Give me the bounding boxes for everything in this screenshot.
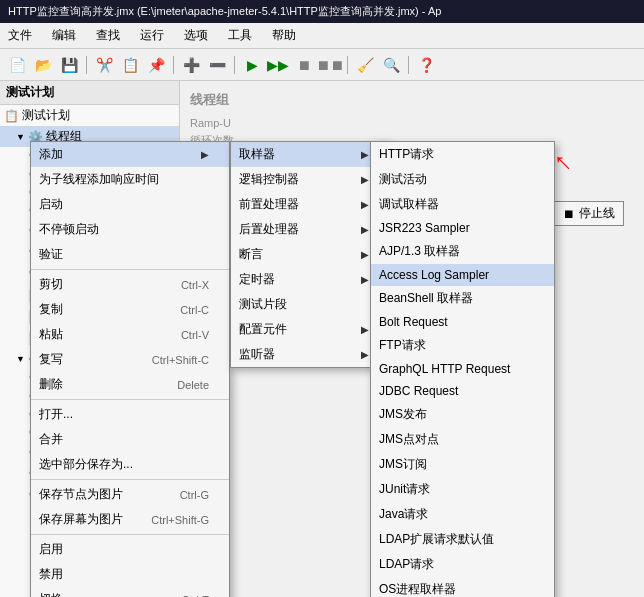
cm-paste[interactable]: 粘贴 Ctrl-V [31,322,229,347]
cm-saveimg[interactable]: 保存节点为图片 Ctrl-G [31,482,229,507]
panel-header: 测试计划 [0,81,179,105]
expand-icon-2: ▼ [16,354,25,364]
menu-options[interactable]: 选项 [180,25,212,46]
cm-addtime-label: 为子线程添加响应时间 [39,171,159,188]
cm-disable[interactable]: 禁用 [31,562,229,587]
cm-start-no-pause[interactable]: 不停顿启动 [31,217,229,242]
cm-delete[interactable]: 删除 Delete [31,372,229,397]
cm3-debug[interactable]: 调试取样器 [371,192,554,217]
toolbar-cut[interactable]: ✂️ [93,54,115,76]
cm-rewrite[interactable]: 复写 Ctrl+Shift-C [31,347,229,372]
cm-validate[interactable]: 验证 [31,242,229,267]
cm2-timer-arrow: ▶ [361,274,369,285]
cm3-jdbc[interactable]: JDBC Request [371,380,554,402]
toolbar-paste[interactable]: 📌 [145,54,167,76]
cm-copy[interactable]: 复制 Ctrl-C [31,297,229,322]
cm3-os[interactable]: OS进程取样器 [371,577,554,597]
cm3-debug-label: 调试取样器 [379,196,439,213]
menu-edit[interactable]: 编辑 [48,25,80,46]
toolbar-play2[interactable]: ▶▶ [267,54,289,76]
cm3-jsr223[interactable]: JSR223 Sampler [371,217,554,239]
cm3-ftp-label: FTP请求 [379,337,426,354]
cm-savescreen-label: 保存屏幕为图片 [39,511,123,528]
toolbar-sep-4 [347,56,348,74]
cm3-beanshell-label: BeanShell 取样器 [379,290,473,307]
cm2-sampler-label: 取样器 [239,146,275,163]
cm-enable-label: 启用 [39,541,63,558]
stop-button[interactable]: ⏹ 停止线 [554,201,624,226]
rp-rampup: Ramp-U [190,117,634,129]
cm-addtime[interactable]: 为子线程添加响应时间 [31,167,229,192]
cm2-pre-label: 前置处理器 [239,196,299,213]
cm3-java-label: Java请求 [379,506,428,523]
cm2-pre[interactable]: 前置处理器 ▶ [231,192,389,217]
toolbar-clear[interactable]: 🧹 [354,54,376,76]
cm-add[interactable]: 添加 ▶ [31,142,229,167]
cm3-test-action[interactable]: 测试活动 [371,167,554,192]
cm2-timer[interactable]: 定时器 ▶ [231,267,389,292]
cm3-jdbc-label: JDBC Request [379,384,458,398]
cm-open[interactable]: 打开... [31,402,229,427]
cm-savescreen[interactable]: 保存屏幕为图片 Ctrl+Shift-G [31,507,229,532]
cm3-ldap-ext[interactable]: LDAP扩展请求默认值 [371,527,554,552]
tree-item-root[interactable]: 📋 测试计划 [0,105,179,126]
cm2-config[interactable]: 配置元件 ▶ [231,317,389,342]
cm-saveimg-label: 保存节点为图片 [39,486,123,503]
cm-enable[interactable]: 启用 [31,537,229,562]
cm-cut[interactable]: 剪切 Ctrl-X [31,272,229,297]
menu-tools[interactable]: 工具 [224,25,256,46]
toolbar-save[interactable]: 💾 [58,54,80,76]
cm3-http[interactable]: HTTP请求 [371,142,554,167]
cm3-jms-p2p[interactable]: JMS点对点 [371,427,554,452]
toolbar-stop[interactable]: ⏹ [293,54,315,76]
cm3-access-log[interactable]: Access Log Sampler [371,264,554,286]
cm3-ftp[interactable]: FTP请求 [371,333,554,358]
context-menu-sampler: HTTP请求 测试活动 调试取样器 JSR223 Sampler AJP/1.3… [370,141,555,597]
toolbar-copy[interactable]: 📋 [119,54,141,76]
cm2-logic[interactable]: 逻辑控制器 ▶ [231,167,389,192]
cm2-timer-label: 定时器 [239,271,275,288]
menu-file[interactable]: 文件 [4,25,36,46]
sep3 [31,479,229,480]
toolbar-plus[interactable]: ➕ [180,54,202,76]
cm-toggle[interactable]: 切换 Ctrl-T [31,587,229,597]
cm3-jms-sub[interactable]: JMS订阅 [371,452,554,477]
toolbar: 📄 📂 💾 ✂️ 📋 📌 ➕ ➖ ▶ ▶▶ ⏹ ⏹⏹ 🧹 🔍 ❓ [0,49,644,81]
cm-delete-shortcut: Delete [177,379,209,391]
cm3-junit[interactable]: JUnit请求 [371,477,554,502]
cm2-pre-arrow: ▶ [361,199,369,210]
cm3-bolt-label: Bolt Request [379,315,448,329]
menu-find[interactable]: 查找 [92,25,124,46]
cm2-listener[interactable]: 监听器 ▶ [231,342,389,367]
cm3-graphql[interactable]: GraphQL HTTP Request [371,358,554,380]
toolbar-sep-1 [86,56,87,74]
toolbar-minus[interactable]: ➖ [206,54,228,76]
cm3-java[interactable]: Java请求 [371,502,554,527]
cm-saveas[interactable]: 选中部分保存为... [31,452,229,477]
cm2-logic-label: 逻辑控制器 [239,171,299,188]
toolbar-search[interactable]: 🔍 [380,54,402,76]
cm2-post[interactable]: 后置处理器 ▶ [231,217,389,242]
menu-run[interactable]: 运行 [136,25,168,46]
tree-label-root: 测试计划 [22,107,70,124]
stop-label: 停止线 [579,205,615,222]
cm-start-label: 启动 [39,196,63,213]
cm3-jms-pub[interactable]: JMS发布 [371,402,554,427]
toolbar-help[interactable]: ❓ [415,54,437,76]
cm2-fragment[interactable]: 测试片段 [231,292,389,317]
toolbar-stop2[interactable]: ⏹⏹ [319,54,341,76]
cm2-sampler[interactable]: 取样器 ▶ [231,142,389,167]
cm-start[interactable]: 启动 [31,192,229,217]
toolbar-new[interactable]: 📄 [6,54,28,76]
cm3-jsr223-label: JSR223 Sampler [379,221,470,235]
cm3-ldap[interactable]: LDAP请求 [371,552,554,577]
cm2-assert[interactable]: 断言 ▶ [231,242,389,267]
toolbar-open[interactable]: 📂 [32,54,54,76]
cm3-bolt[interactable]: Bolt Request [371,311,554,333]
toolbar-play[interactable]: ▶ [241,54,263,76]
menu-help[interactable]: 帮助 [268,25,300,46]
cm-merge[interactable]: 合并 [31,427,229,452]
cm3-beanshell[interactable]: BeanShell 取样器 [371,286,554,311]
cm3-ajp[interactable]: AJP/1.3 取样器 [371,239,554,264]
cm2-post-arrow: ▶ [361,224,369,235]
